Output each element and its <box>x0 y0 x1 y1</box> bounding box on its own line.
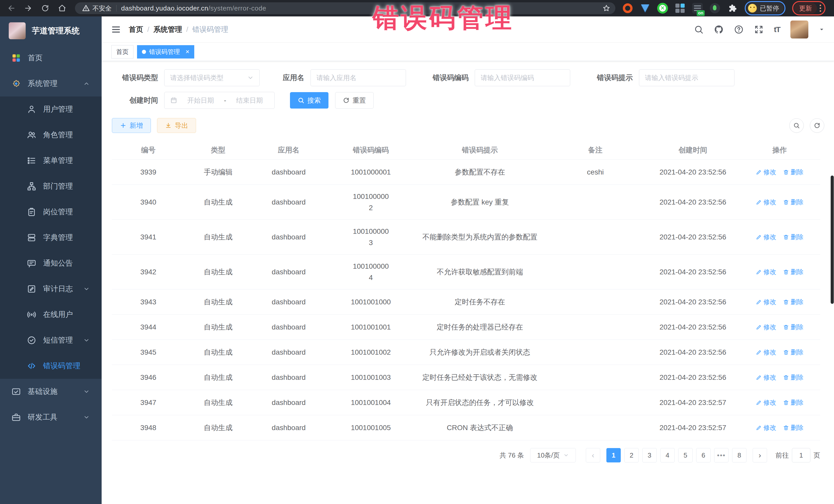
cell-actions: 修改删除 <box>739 160 820 184</box>
sidebar-collapse-icon[interactable] <box>111 24 121 35</box>
error-code-input[interactable] <box>481 74 564 82</box>
github-icon[interactable] <box>714 25 724 35</box>
toggle-search-button[interactable] <box>789 118 804 133</box>
extension-paused-pill[interactable]: 已暂停 <box>746 3 784 14</box>
delete-link[interactable]: 删除 <box>783 423 804 433</box>
delete-link[interactable]: 删除 <box>783 167 804 177</box>
search-button[interactable]: 搜索 <box>290 92 328 109</box>
error-type-select[interactable]: 请选择错误码类型 <box>164 69 260 86</box>
dark-switch-extension-icon[interactable]: on <box>692 3 703 14</box>
page-ellipsis[interactable]: ••• <box>714 448 728 462</box>
sidebar-item-notice-announcement[interactable]: 通知公告 <box>0 250 102 276</box>
reset-button[interactable]: 重置 <box>335 92 374 109</box>
gem-extension-icon[interactable] <box>639 3 651 14</box>
help-icon[interactable] <box>734 25 744 35</box>
sidebar-item-error-code-management[interactable]: 错误码管理 <box>0 353 102 379</box>
refresh-table-button[interactable] <box>810 118 824 133</box>
table-row: 3940自动生成dashboard100100000 2参数配置 key 重复2… <box>112 185 820 220</box>
add-button[interactable]: 新增 <box>112 118 151 133</box>
page-button-8[interactable]: 8 <box>732 448 746 462</box>
fullscreen-icon[interactable] <box>754 25 764 35</box>
sprout-extension-icon[interactable] <box>709 3 721 14</box>
delete-link[interactable]: 删除 <box>783 197 804 207</box>
delete-link[interactable]: 删除 <box>783 372 804 382</box>
browser-back-button[interactable] <box>6 3 17 14</box>
browser-update-button[interactable]: 更新 <box>794 3 817 14</box>
page-button-3[interactable]: 3 <box>642 448 657 462</box>
edit-link[interactable]: 修改 <box>756 297 776 307</box>
on-badge: on <box>697 10 705 16</box>
export-button[interactable]: 导出 <box>157 118 196 133</box>
error-hint-input[interactable] <box>645 74 728 82</box>
tag-error-code[interactable]: 错误码管理 × <box>137 45 194 59</box>
tag-home[interactable]: 首页 <box>111 45 133 59</box>
browser-menu-kebab-icon[interactable] <box>820 5 821 12</box>
page-button-2[interactable]: 2 <box>624 448 639 462</box>
sidebar-item-menu-management[interactable]: 菜单管理 <box>0 148 102 174</box>
delete-link[interactable]: 删除 <box>783 322 804 332</box>
delete-link[interactable]: 删除 <box>783 347 804 357</box>
tag-close-icon[interactable]: × <box>185 48 190 56</box>
app-name-input[interactable] <box>316 74 400 82</box>
page-size-select[interactable]: 10条/页 <box>530 448 576 462</box>
edit-link[interactable]: 修改 <box>756 322 776 332</box>
delete-link[interactable]: 删除 <box>783 397 804 408</box>
browser-reload-button[interactable] <box>40 3 51 14</box>
edit-link[interactable]: 修改 <box>756 197 776 207</box>
breadcrumb-system[interactable]: 系统管理 <box>153 25 182 35</box>
sidebar-item-system-management[interactable]: 系统管理 <box>0 71 102 96</box>
sidebar-item-infrastructure[interactable]: 基础设施 <box>0 379 102 404</box>
page-button-5[interactable]: 5 <box>678 448 693 462</box>
header-search-icon[interactable] <box>694 25 704 35</box>
sidebar-item-home[interactable]: 首页 <box>0 45 102 71</box>
delete-link[interactable]: 删除 <box>783 267 804 277</box>
page-button-6[interactable]: 6 <box>696 448 710 462</box>
audit-log-icon <box>27 284 37 294</box>
browser-forward-button[interactable] <box>23 3 34 14</box>
browser-home-button[interactable] <box>57 3 68 14</box>
page-button-4[interactable]: 4 <box>660 448 675 462</box>
edit-link[interactable]: 修改 <box>756 397 776 408</box>
puzzle-extensions-icon[interactable] <box>727 3 738 14</box>
prev-page-button[interactable]: ‹ <box>586 448 600 462</box>
user-avatar[interactable] <box>790 21 808 39</box>
table-row: 3944自动生成dashboard1001001001定时任务的处理器已经存在2… <box>112 314 820 340</box>
sidebar-item-user-management[interactable]: 用户管理 <box>0 96 102 122</box>
breadcrumb-home[interactable]: 首页 <box>129 25 143 35</box>
app-logo-row[interactable]: 芋道管理系统 <box>0 17 102 45</box>
delete-link[interactable]: 删除 <box>783 297 804 307</box>
sidebar-item-audit-log[interactable]: 审计日志 <box>0 276 102 302</box>
ubuntu-extension-icon[interactable] <box>622 3 633 14</box>
sidebar-item-post-management[interactable]: 岗位管理 <box>0 199 102 225</box>
page-button-1[interactable]: 1 <box>607 448 621 462</box>
font-size-icon[interactable]: tT <box>774 25 780 34</box>
next-page-button[interactable]: › <box>753 448 767 462</box>
cell-id: 3948 <box>112 415 185 440</box>
edit-link[interactable]: 修改 <box>756 167 776 177</box>
sidebar-item-dict-management[interactable]: 字典管理 <box>0 225 102 250</box>
grid-extension-icon[interactable] <box>674 3 686 14</box>
sidebar-item-sms-management[interactable]: 短信管理 <box>0 327 102 353</box>
cell-memo <box>544 185 647 219</box>
date-range-picker[interactable]: 开始日期 - 结束日期 <box>164 92 275 109</box>
edit-link[interactable]: 修改 <box>756 372 776 382</box>
sidebar-item-online-users[interactable]: 在线用户 <box>0 302 102 327</box>
edit-link[interactable]: 修改 <box>756 232 776 242</box>
scrollbar-thumb[interactable] <box>831 176 834 304</box>
cell-code: 1001001001 <box>326 314 416 339</box>
goto-page-input[interactable] <box>792 448 810 462</box>
trash-icon <box>783 169 789 175</box>
avatar-caret-down-icon[interactable] <box>819 26 825 32</box>
edit-link[interactable]: 修改 <box>756 267 776 277</box>
edit-link[interactable]: 修改 <box>756 423 776 433</box>
address-bar[interactable]: 不安全 dashboard.yudao.iocoder.cn/system/er… <box>75 2 615 14</box>
green-circle-extension-icon[interactable]: ✕ <box>657 3 668 14</box>
edit-link[interactable]: 修改 <box>756 347 776 357</box>
sidebar-item-role-management[interactable]: 角色管理 <box>0 122 102 148</box>
cell-actions: 修改删除 <box>739 415 820 440</box>
cell-app: dashboard <box>251 255 326 289</box>
bookmark-star-icon[interactable] <box>602 4 610 12</box>
delete-link[interactable]: 删除 <box>783 232 804 242</box>
sidebar-item-dept-management[interactable]: 部门管理 <box>0 174 102 199</box>
sidebar-item-dev-tools[interactable]: 研发工具 <box>0 404 102 430</box>
